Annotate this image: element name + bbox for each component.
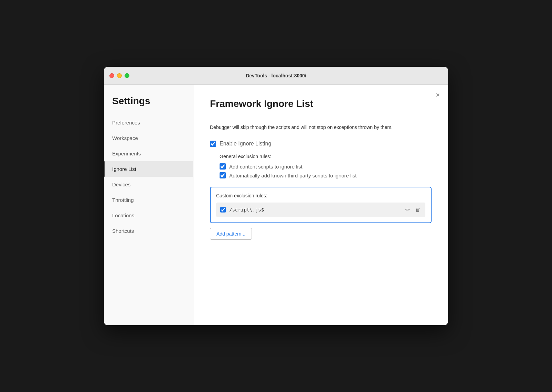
sidebar-item-preferences[interactable]: Preferences — [104, 115, 193, 130]
sidebar: Settings Preferences Workspace Experimen… — [104, 85, 193, 325]
enable-ignore-listing-label: Enable Ignore Listing — [220, 141, 271, 147]
sidebar-item-ignore-list[interactable]: Ignore List — [104, 161, 193, 177]
general-rule-checkbox-0[interactable] — [220, 163, 226, 170]
enable-ignore-listing-checkbox[interactable] — [210, 141, 216, 147]
general-rule-label-0: Add content scripts to ignore list — [229, 164, 302, 170]
pencil-icon — [405, 207, 410, 213]
sidebar-item-experiments[interactable]: Experiments — [104, 146, 193, 161]
sidebar-item-throttling[interactable]: Throttling — [104, 192, 193, 208]
title-divider — [210, 115, 432, 115]
close-button[interactable]: × — [436, 91, 440, 98]
close-traffic-light[interactable] — [109, 73, 114, 78]
general-rule-label-1: Automatically add known third-party scri… — [229, 173, 357, 178]
sidebar-item-devices[interactable]: Devices — [104, 177, 193, 192]
sidebar-item-locations[interactable]: Locations — [104, 208, 193, 223]
devtools-window: DevTools - localhost:8000/ Settings Pref… — [104, 67, 448, 325]
minimize-traffic-light[interactable] — [117, 73, 122, 78]
custom-exclusion-title: Custom exclusion rules: — [216, 193, 425, 198]
general-rule-checkbox-1[interactable] — [220, 172, 226, 178]
pattern-actions-0 — [405, 206, 421, 214]
main-content: × Framework Ignore List Debugger will sk… — [193, 85, 448, 325]
pattern-value-0: /script\.js$ — [229, 207, 405, 213]
sidebar-heading: Settings — [104, 96, 193, 115]
page-title: Framework Ignore List — [210, 98, 432, 109]
traffic-lights — [109, 73, 129, 78]
trash-icon — [415, 207, 421, 213]
pattern-checkbox-0[interactable] — [220, 207, 226, 213]
general-rule-row-1: Automatically add known third-party scri… — [220, 172, 432, 178]
sidebar-item-workspace[interactable]: Workspace — [104, 130, 193, 146]
general-rule-row-0: Add content scripts to ignore list — [220, 163, 432, 170]
edit-pattern-button-0[interactable] — [405, 206, 411, 214]
window-body: Settings Preferences Workspace Experimen… — [104, 85, 448, 325]
general-exclusion-label: General exclusion rules: — [220, 154, 432, 159]
page-description: Debugger will skip through the scripts a… — [210, 123, 432, 131]
pattern-row-0: /script\.js$ — [216, 203, 425, 217]
custom-exclusion-box: Custom exclusion rules: /script\.js$ — [210, 187, 432, 223]
window-title: DevTools - localhost:8000/ — [246, 73, 306, 78]
enable-ignore-listing-row: Enable Ignore Listing — [210, 141, 432, 147]
sidebar-item-shortcuts[interactable]: Shortcuts — [104, 223, 193, 239]
add-pattern-button[interactable]: Add pattern... — [210, 228, 252, 240]
titlebar: DevTools - localhost:8000/ — [104, 67, 448, 85]
delete-pattern-button-0[interactable] — [415, 206, 421, 214]
maximize-traffic-light[interactable] — [125, 73, 129, 78]
